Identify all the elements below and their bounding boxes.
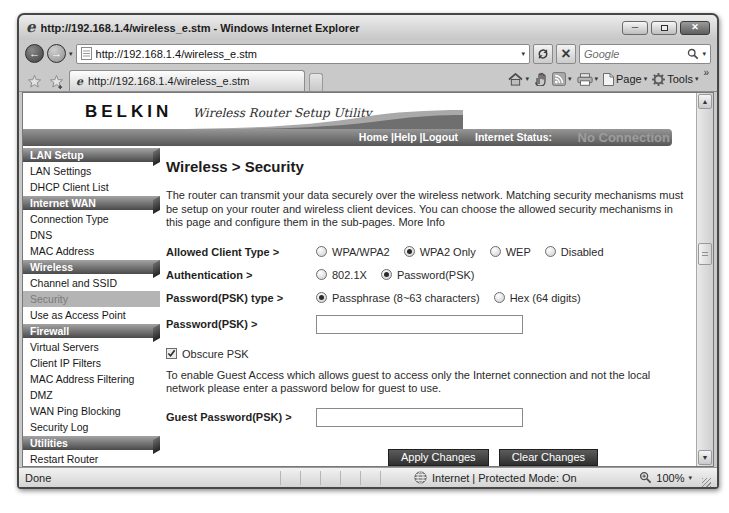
obscure-psk-row: Obscure PSK (166, 348, 684, 360)
toolbar-overflow-button[interactable]: » (703, 67, 709, 78)
restore-button[interactable] (651, 21, 677, 35)
sidebar-item-security[interactable]: Security (23, 291, 160, 307)
check-icon (167, 349, 176, 358)
radio-wpa-wpa2[interactable] (316, 246, 327, 257)
home-dropdown-icon[interactable]: ▾ (525, 75, 529, 83)
search-input[interactable] (584, 48, 684, 60)
authentication-label: Authentication > (166, 269, 316, 281)
zoom-dropdown-icon[interactable]: ▾ (688, 474, 692, 482)
add-favorite-button[interactable] (47, 71, 65, 91)
address-field[interactable]: ▾ (76, 44, 530, 64)
print-button[interactable]: ▾ (577, 73, 599, 86)
zoom-level: 100% (656, 472, 684, 484)
browser-viewport: BELKIN Wireless Router Setup Utility Hom… (22, 92, 714, 467)
refresh-button[interactable] (533, 44, 553, 64)
vertical-scrollbar[interactable]: ▲ ▼ (696, 93, 713, 466)
page-menu-label: Page (616, 73, 642, 85)
radio-hex[interactable] (494, 292, 505, 303)
radio-password-psk[interactable] (381, 269, 392, 280)
minimize-button[interactable]: ─ (622, 21, 648, 35)
radio-passphrase[interactable] (316, 292, 327, 303)
guest-access-note: To enable Guest Access which allows gues… (166, 369, 684, 396)
sidebar-item-dns[interactable]: DNS (23, 227, 160, 243)
favorites-center-button[interactable] (25, 71, 43, 91)
sidebar-item-channel-and-ssid[interactable]: Channel and SSID (23, 275, 160, 291)
sidebar-item-wan-ping-blocking[interactable]: WAN Ping Blocking (23, 403, 160, 419)
search-icon[interactable] (687, 48, 699, 60)
status-segment (300, 471, 320, 485)
scroll-down-button[interactable]: ▼ (698, 450, 712, 465)
clear-changes-button[interactable]: Clear Changes (499, 449, 598, 466)
sidebar-item-connection-type[interactable]: Connection Type (23, 211, 160, 227)
page-menu-button[interactable]: Page ▾ (603, 73, 647, 86)
hand-tool-button[interactable] (534, 72, 547, 86)
print-dropdown-icon[interactable]: ▾ (595, 75, 599, 83)
obscure-psk-label: Obscure PSK (182, 348, 249, 360)
status-segment (380, 471, 400, 485)
sidebar-item-lan-settings[interactable]: LAN Settings (23, 163, 160, 179)
radio-wep[interactable] (490, 246, 501, 257)
sidebar-item-virtual-servers[interactable]: Virtual Servers (23, 339, 160, 355)
status-segment (340, 471, 360, 485)
tools-menu-button[interactable]: Tools ▾ (652, 73, 698, 86)
sidebar-item-mac-address[interactable]: MAC Address (23, 243, 160, 259)
tools-menu-label: Tools (667, 73, 693, 85)
sidebar-section-wireless: Wireless (23, 260, 160, 274)
forward-button[interactable]: → (47, 44, 66, 63)
resize-grip[interactable] (702, 478, 711, 487)
radio-password-psk-label: Password(PSK) (397, 269, 475, 281)
form-buttons-row: Apply Changes Clear Changes (166, 449, 598, 466)
status-segment (280, 471, 300, 485)
radio-disabled[interactable] (545, 246, 556, 257)
close-button[interactable]: ✕ (680, 21, 710, 35)
sidebar-item-restart-router[interactable]: Restart Router (23, 451, 160, 467)
ie-logo-icon: e (26, 20, 36, 35)
internet-status-value: No Connection (578, 129, 670, 146)
search-box[interactable]: ▾ (579, 44, 711, 64)
sidebar-item-mac-address-filtering[interactable]: MAC Address Filtering (23, 371, 160, 387)
apply-changes-button[interactable]: Apply Changes (388, 449, 489, 466)
feeds-button[interactable]: ▾ (552, 72, 572, 86)
sidebar-section-lan-setup: LAN Setup (23, 148, 160, 162)
radio-8021x[interactable] (316, 269, 327, 280)
home-help-logout-links[interactable]: Home |Help |Logout (359, 131, 458, 143)
status-segment (360, 471, 380, 485)
sidebar-section-internet-wan: Internet WAN (23, 196, 160, 210)
zoom-control[interactable]: 100% ▾ (639, 471, 692, 484)
guest-password-row: Guest Password(PSK) > (166, 408, 684, 427)
history-dropdown-icon[interactable]: ▾ (69, 50, 73, 58)
tab-label: http://192.168.1.4/wireless_e.stm (88, 75, 249, 87)
address-input[interactable] (96, 48, 518, 60)
obscure-psk-checkbox[interactable] (166, 348, 177, 359)
home-button[interactable]: ▾ (508, 73, 529, 86)
sidebar-section-firewall: Firewall (23, 324, 160, 338)
sidebar-item-dmz[interactable]: DMZ (23, 387, 160, 403)
feeds-dropdown-icon[interactable]: ▾ (568, 75, 572, 83)
title-bar[interactable]: e http://192.168.1.4/wireless_e.stm - Wi… (19, 15, 717, 40)
allowed-client-type-row: Allowed Client Type > WPA/WPA2 WPA2 Only… (166, 246, 684, 258)
sidebar-item-dhcp-client-list[interactable]: DHCP Client List (23, 179, 160, 195)
sidebar-item-client-ip-filters[interactable]: Client IP Filters (23, 355, 160, 371)
stop-button[interactable]: × (556, 44, 576, 64)
scrollbar-thumb[interactable] (698, 243, 712, 265)
radio-8021x-label: 802.1X (332, 269, 367, 281)
browser-tab[interactable]: e http://192.168.1.4/wireless_e.stm (69, 70, 305, 91)
guest-password-input[interactable] (316, 408, 523, 427)
radio-wpa2-only[interactable] (404, 246, 415, 257)
password-input[interactable] (316, 315, 523, 334)
back-button[interactable]: ← (25, 44, 44, 63)
page-title: Wireless > Security (166, 158, 684, 175)
sidebar-item-security-log[interactable]: Security Log (23, 419, 160, 435)
top-nav-links: Home |Help |Logout Internet Status: (359, 129, 552, 146)
address-dropdown-icon[interactable]: ▾ (521, 50, 525, 58)
new-tab-stub[interactable] (309, 73, 323, 91)
more-info-link[interactable]: More Info (398, 216, 444, 228)
page-favicon-icon (81, 47, 92, 60)
internet-status-label: Internet Status: (475, 131, 552, 143)
sidebar-item-use-as-access-point[interactable]: Use as Access Point (23, 307, 160, 323)
scroll-up-button[interactable]: ▲ (698, 94, 712, 109)
hand-icon (534, 72, 547, 86)
intro-text: The router can transmit your data secure… (166, 189, 684, 230)
search-dropdown-icon[interactable]: ▾ (702, 50, 706, 58)
home-icon (508, 73, 523, 86)
